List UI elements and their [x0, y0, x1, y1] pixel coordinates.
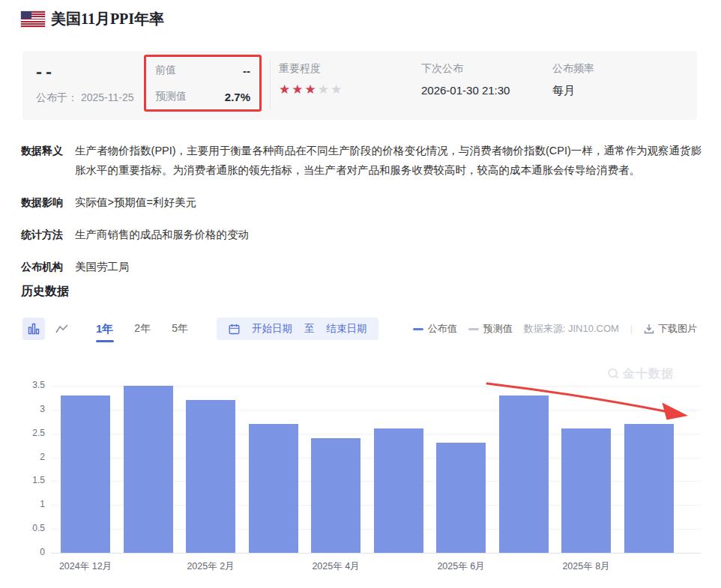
jin10-logo-icon — [607, 368, 620, 381]
legend-item-预测值[interactable]: 预测值 — [468, 322, 513, 336]
next-release-label: 下次公布 — [421, 62, 463, 74]
y-axis-tick-label: 2.5 — [22, 428, 45, 438]
legend-row: 公布值预测值 数据来源: JIN10.COM | 下载图片 — [413, 319, 697, 339]
divider — [270, 60, 271, 109]
line-chart-icon — [55, 324, 69, 334]
watermark-text: 金十数据 — [623, 366, 674, 382]
info-row-text: 生产商销售的成品和服务价格的变动 — [75, 225, 702, 244]
info-row-label: 统计方法 — [21, 225, 75, 244]
legend-items: 公布值预测值 — [413, 322, 513, 336]
x-axis-tick-label: 2025年 4月 — [283, 560, 388, 573]
legend-dash-icon — [413, 328, 423, 330]
info-row-text: 实际值>预期值=利好美元 — [75, 193, 702, 212]
legend-dash-icon — [468, 328, 479, 330]
start-date-input[interactable]: 开始日期 — [252, 322, 292, 336]
forecast-label: 预测值 — [155, 90, 187, 103]
next-release-value: 2026-01-30 21:30 — [421, 84, 510, 97]
x-axis-tick-label: 2025年 8月 — [534, 560, 639, 573]
info-row-text: 生产者物价指数(PPI)，主要用于衡量各种商品在不同生产阶段的价格变化情况，与消… — [75, 141, 702, 180]
star-icon: ★ — [331, 82, 343, 97]
tab-5年[interactable]: 5年 — [161, 319, 199, 339]
download-image-button[interactable]: 下载图片 — [644, 322, 697, 336]
page-header: 美国11月PPI年率 — [21, 9, 164, 29]
end-date-input[interactable]: 结束日期 — [326, 322, 366, 336]
x-axis-tick-label: 2024年 12月 — [33, 560, 138, 573]
importance-block: 重要程度 ★★★★★ — [279, 61, 343, 97]
info-section: 数据释义生产者物价指数(PPI)，主要用于衡量各种商品在不同生产阶段的价格变化情… — [21, 141, 702, 289]
bar-2025年 7月[interactable] — [499, 395, 549, 553]
info-row-label: 数据释义 — [21, 141, 75, 180]
history-bar-chart: 3.532.521.510.502024年 12月2025年 2月2025年 4… — [22, 366, 701, 579]
range-tabs: 1年2年5年 — [85, 319, 199, 339]
bar-2025年 3月[interactable] — [249, 424, 298, 553]
separator: | — [630, 324, 633, 334]
importance-label: 重要程度 — [279, 62, 321, 74]
frequency-value: 每月 — [552, 84, 594, 98]
page: 美国11月PPI年率 -- 公布于： 2025-11-25 前值 -- 预测值 … — [0, 0, 721, 588]
published-date: 2025-11-25 — [81, 91, 134, 103]
y-axis-tick-label: 3.5 — [22, 380, 45, 390]
y-axis-tick-label: 1 — [22, 499, 45, 509]
legend-label: 预测值 — [483, 322, 513, 336]
date-to-label: 至 — [304, 322, 315, 336]
info-row: 数据释义生产者物价指数(PPI)，主要用于衡量各种商品在不同生产阶段的价格变化情… — [21, 141, 702, 180]
info-row-label: 数据影响 — [21, 193, 75, 212]
forecast-value: 2.7% — [225, 91, 250, 103]
us-flag-icon — [21, 11, 45, 27]
current-value: -- — [36, 61, 55, 82]
info-row: 统计方法生产商销售的成品和服务价格的变动 — [21, 225, 702, 244]
download-label: 下载图片 — [658, 322, 697, 336]
importance-stars: ★★★★★ — [279, 82, 343, 97]
star-icon: ★ — [279, 82, 292, 97]
prev-value: -- — [243, 64, 250, 77]
page-title: 美国11月PPI年率 — [51, 9, 164, 29]
legend-item-公布值[interactable]: 公布值 — [413, 322, 457, 336]
data-source: 数据来源: JIN10.COM — [524, 322, 619, 336]
bar-2025年 1月[interactable] — [124, 386, 173, 553]
bar-chart-icon — [28, 323, 40, 335]
info-row-text: 美国劳工局 — [75, 257, 702, 276]
info-row: 公布机构美国劳工局 — [21, 257, 702, 276]
x-axis-tick-label: 2025年 2月 — [158, 560, 263, 573]
download-icon — [644, 324, 654, 334]
frequency-block: 公布频率 每月 — [552, 61, 594, 98]
star-icon: ★ — [318, 82, 331, 97]
published-label: 公布于： — [36, 91, 78, 103]
published-line: 公布于： 2025-11-25 — [36, 91, 133, 105]
x-axis-tick-label: 2025年 6月 — [408, 560, 513, 573]
bar-2025年 6月[interactable] — [436, 443, 486, 553]
chart-toolbar: 1年2年5年 开始日期 至 结束日期 — [22, 317, 378, 341]
y-axis-tick-label: 1.5 — [22, 475, 45, 485]
y-axis-tick-label: 2 — [22, 452, 45, 462]
star-icon: ★ — [292, 82, 304, 97]
star-icon: ★ — [305, 82, 318, 97]
tab-2年[interactable]: 2年 — [124, 319, 161, 339]
bar-2025年 8月[interactable] — [561, 428, 611, 553]
info-row-label: 公布机构 — [21, 257, 75, 276]
date-range-picker[interactable]: 开始日期 至 结束日期 — [217, 318, 379, 340]
summary-card: -- 公布于： 2025-11-25 前值 -- 预测值 2.7% 重要程度 ★… — [22, 51, 697, 120]
calendar-icon — [229, 324, 240, 335]
tab-1年[interactable]: 1年 — [85, 319, 124, 339]
prev-label: 前值 — [155, 64, 176, 77]
y-axis-tick-label: 0.5 — [22, 523, 45, 533]
frequency-label: 公布频率 — [552, 62, 594, 74]
watermark: 金十数据 — [607, 366, 674, 382]
info-row: 数据影响实际值>预期值=利好美元 — [21, 193, 702, 212]
highlight-box: 前值 -- 预测值 2.7% — [144, 55, 262, 112]
bar-chart-type-button[interactable] — [22, 318, 45, 340]
next-release-block: 下次公布 2026-01-30 21:30 — [421, 61, 510, 97]
legend-label: 公布值 — [428, 322, 457, 336]
bar-2025年 4月[interactable] — [311, 438, 360, 553]
bar-2025年 2月[interactable] — [186, 400, 235, 553]
y-axis-tick-label: 3 — [22, 404, 45, 414]
history-section-title: 历史数据 — [21, 284, 69, 300]
gridline — [51, 553, 701, 554]
line-chart-type-button[interactable] — [51, 318, 73, 340]
bar-2025年 9月[interactable] — [624, 424, 674, 553]
bar-2024年 12月[interactable] — [61, 395, 110, 553]
bar-2025年 5月[interactable] — [374, 428, 423, 553]
y-axis-tick-label: 0 — [22, 547, 45, 557]
